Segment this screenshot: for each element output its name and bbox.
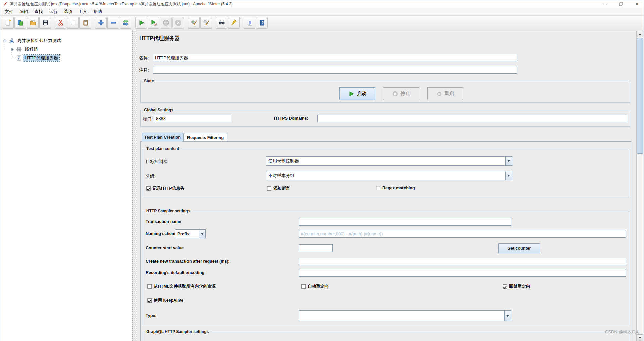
create-transaction-label: Create new transaction after request (ms… — [146, 259, 230, 264]
scroll-up-button[interactable] — [637, 31, 643, 37]
tab-test-plan-creation[interactable]: Test Plan Creation — [142, 133, 183, 142]
clear-search-button[interactable] — [228, 17, 240, 29]
arrow-down-icon — [639, 337, 641, 339]
create-transaction-input[interactable] — [299, 258, 626, 265]
graphql-sampler-settings-title: GraphQL HTTP Sampler settings — [145, 329, 210, 334]
clipboard-icon — [82, 19, 89, 26]
checkbox-icon — [147, 284, 152, 289]
recording-encoding-input[interactable] — [299, 269, 626, 277]
menu-file[interactable]: 文件 — [2, 8, 16, 15]
clear-all-button[interactable] — [200, 17, 212, 29]
menu-run[interactable]: 运行 — [46, 8, 61, 15]
menu-options[interactable]: 选项 — [61, 8, 75, 15]
split-divider[interactable] — [132, 30, 136, 341]
paste-button[interactable] — [79, 17, 91, 29]
grouping-select[interactable]: 不对样本分组 — [266, 171, 512, 180]
toggle-arrows-icon — [122, 19, 129, 26]
restart-proxy-button[interactable]: 重启 — [427, 87, 463, 100]
help-button[interactable]: ? — [256, 17, 268, 29]
menu-bar: 文件 编辑 查找 运行 选项 工具 帮助 — [0, 8, 644, 16]
test-plan-tree: 高并发抢红包压力测试 线程组 HTTP代理服务器 — [0, 30, 132, 341]
proxy-config-panel: HTTP代理服务器 名称: HTTP代理服务器 注释: State 启动 停止 … — [136, 30, 636, 341]
add-button[interactable] — [95, 17, 107, 29]
save-button[interactable] — [39, 17, 51, 29]
tab-requests-filtering[interactable]: Requests Filtering — [183, 133, 227, 142]
counter-start-input[interactable] — [299, 244, 333, 252]
start-button[interactable] — [135, 17, 147, 29]
chevron-down-icon — [199, 230, 205, 238]
collapse-handle-icon[interactable] — [3, 39, 7, 43]
port-input[interactable]: 8888 — [154, 115, 231, 122]
transaction-name-input[interactable] — [299, 218, 511, 226]
retrieve-embedded-resources-checkbox[interactable]: 从HTML文件获取所有内含的资源 — [147, 284, 216, 289]
scrollbar-thumb[interactable] — [637, 38, 643, 154]
shutdown-button[interactable] — [172, 17, 184, 29]
toggle-button[interactable] — [120, 17, 131, 29]
plus-icon — [97, 19, 105, 26]
tree-item-label: 线程组 — [23, 46, 39, 53]
tree-item-proxy-server[interactable]: HTTP代理服务器 — [16, 54, 59, 62]
auto-redirect-checkbox[interactable]: 自动重定向 — [301, 284, 329, 289]
function-helper-button[interactable] — [244, 17, 255, 29]
transaction-name-label: Transaction name — [146, 219, 181, 224]
tree-item-test-plan[interactable]: 高并发抢红包压力测试 — [3, 37, 62, 44]
type-label: Type: — [146, 313, 156, 318]
graphql-sampler-settings-group: GraphQL HTTP Sampler settings — [143, 332, 629, 341]
state-group: State 启动 停止 重启 — [140, 81, 630, 103]
target-controller-select[interactable]: 使用录制控制器 — [266, 156, 512, 166]
http-sampler-settings-group: HTTP Sampler settings Transaction name N… — [143, 211, 629, 325]
jmeter-window: 高并发抢红包压力测试.jmx (D:\apache-jmeter-5.4.3\J… — [0, 0, 644, 341]
naming-scheme-label: Naming scheme — [146, 231, 178, 236]
chevron-down-icon — [505, 171, 512, 180]
close-button[interactable]: × — [634, 1, 640, 7]
stop-button[interactable]: STOP — [160, 17, 172, 29]
port-label: 端口: — [143, 116, 153, 122]
remove-button[interactable] — [107, 17, 119, 29]
naming-format-input[interactable]: #{counter,number,000} - #{path} (#{name}… — [299, 230, 626, 238]
set-counter-button[interactable]: Set counter — [498, 243, 540, 253]
record-http-headers-checkbox[interactable]: 记录HTTP信息头 — [146, 186, 184, 191]
comment-input[interactable] — [153, 66, 517, 74]
global-settings-title: Global Settings — [143, 108, 175, 112]
new-button[interactable] — [2, 17, 14, 29]
collapse-handle-icon[interactable] — [10, 48, 14, 51]
type-select[interactable] — [299, 310, 511, 321]
menu-edit[interactable]: 编辑 — [16, 8, 31, 15]
title-bar: 高并发抢红包压力测试.jmx (D:\apache-jmeter-5.4.3\J… — [0, 0, 644, 8]
https-domains-input[interactable] — [317, 115, 628, 122]
vertical-scrollbar[interactable] — [636, 30, 643, 341]
grouping-value: 不对样本分组 — [266, 173, 505, 179]
follow-redirects-checkbox[interactable]: 跟随重定向 — [503, 284, 530, 289]
clear-button[interactable] — [188, 17, 200, 29]
start-no-pauses-button[interactable] — [148, 17, 159, 29]
save-icon — [42, 19, 49, 26]
restore-icon — [619, 2, 623, 6]
keepalive-checkbox[interactable]: 使用 KeepAlive — [147, 298, 183, 303]
regex-matching-checkbox[interactable]: Regex matching — [376, 186, 415, 190]
restore-button[interactable] — [618, 1, 624, 7]
arrow-up-icon — [639, 33, 641, 35]
stop-proxy-button[interactable]: 停止 — [383, 87, 419, 100]
http-sampler-settings-title: HTTP Sampler settings — [145, 209, 192, 213]
open-button[interactable] — [27, 17, 39, 29]
chevron-down-icon — [504, 311, 511, 321]
menu-tools[interactable]: 工具 — [75, 8, 90, 15]
add-assertions-checkbox[interactable]: 添加断言 — [267, 186, 290, 191]
menu-search[interactable]: 查找 — [31, 8, 46, 15]
search-button[interactable] — [216, 17, 227, 29]
menu-help[interactable]: 帮助 — [90, 8, 105, 15]
cut-button[interactable] — [55, 17, 66, 29]
name-input[interactable]: HTTP代理服务器 — [153, 54, 517, 61]
copy-button[interactable] — [67, 17, 79, 29]
naming-scheme-select[interactable]: Prefix — [175, 229, 206, 238]
tree-item-thread-group[interactable]: 线程组 — [10, 46, 39, 53]
checkbox-icon — [267, 186, 271, 191]
minimize-button[interactable] — [601, 1, 608, 7]
scroll-down-button[interactable] — [637, 334, 643, 341]
templates-button[interactable] — [14, 17, 26, 29]
jmeter-feather-icon — [3, 2, 8, 6]
checkbox-label: 跟随重定向 — [509, 284, 530, 289]
start-proxy-button[interactable]: 启动 — [339, 87, 375, 100]
start-proxy-label: 启动 — [357, 91, 366, 97]
checkbox-icon — [301, 284, 306, 289]
